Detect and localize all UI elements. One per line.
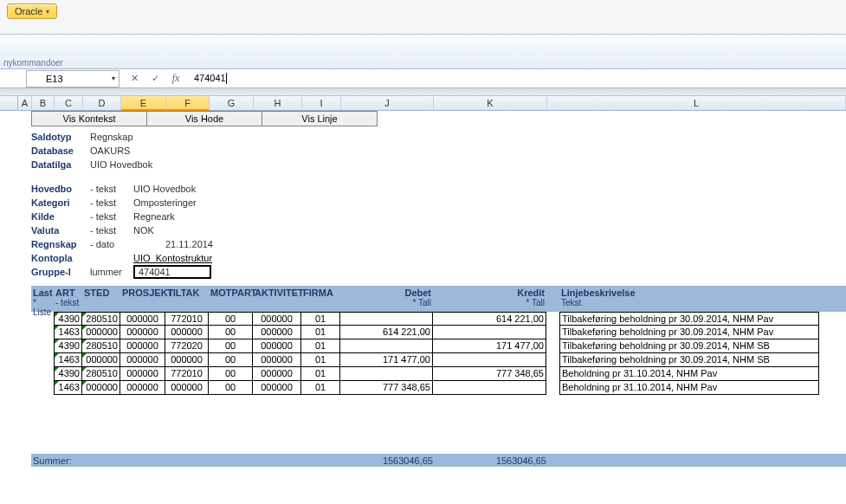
cell-prosjekt[interactable]: 000000 [120,326,165,339]
cell-kredit[interactable]: 777 348,65 [433,367,546,381]
cell-prosjekt[interactable]: 000000 [120,312,165,326]
cell-tiltak[interactable]: 772010 [165,312,209,326]
cell-debet[interactable] [340,339,433,353]
th-tiltak: TILTAK [165,288,209,298]
cell-tiltak[interactable]: 000000 [165,326,209,339]
cell-sted[interactable]: 280510 [82,367,120,381]
cell-art[interactable]: 1463 [54,326,82,339]
cell-linje[interactable]: Tilbakeføring beholdning pr 30.09.2014, … [559,339,819,353]
table-row: 43902805100000007720100000000001614 221,… [31,312,846,326]
cell-art[interactable]: 4390 [54,339,82,353]
th-aktivitet: AKTIVITET [253,288,301,298]
kilde-label: Kilde [31,211,90,222]
cell-art[interactable]: 1463 [54,381,82,395]
col-header-d[interactable]: D [83,96,121,110]
cell-firma[interactable]: 01 [301,381,340,395]
cell-debet[interactable]: 777 348,65 [340,381,433,395]
cell-sted[interactable]: 280510 [82,339,120,353]
cancel-icon[interactable]: ✕ [126,71,142,87]
cell-aktivitet[interactable]: 000000 [253,367,301,381]
vis-linje-button[interactable]: Vis Linje [262,112,377,126]
cell-firma[interactable]: 01 [301,326,340,339]
oracle-menu-button[interactable]: Oracle [7,3,57,19]
col-header-b[interactable]: B [32,96,55,110]
col-header-i[interactable]: I [302,96,341,110]
cell-firma[interactable]: 01 [301,339,340,353]
cell-debet[interactable]: 614 221,00 [340,326,433,339]
cell-aktivitet[interactable]: 000000 [253,381,301,395]
database-value: OAKURS [90,145,130,156]
cell-kredit[interactable] [433,326,546,339]
cell-sted[interactable]: 280510 [82,312,120,326]
cell-linje[interactable]: Beholdning pr 31.10.2014, NHM Pav [559,381,819,395]
cell-debet[interactable]: 171 477,00 [340,353,433,367]
cell-kredit[interactable]: 171 477,00 [433,339,546,353]
cell-aktivitet[interactable]: 000000 [253,339,301,353]
sheet: A B C D E F G H I J K L Vis Kontekst Vis… [0,96,846,467]
kontopla-value[interactable]: UIO_Kontostruktur [133,253,212,263]
cell-linje[interactable]: Tilbakeføring beholdning pr 30.09.2014, … [559,326,819,339]
formula-input-wrap[interactable]: 474041 [191,73,846,85]
cell-linje[interactable]: Beholdning pr 31.10.2014, NHM Pav [559,367,819,381]
col-header-c[interactable]: C [55,96,83,110]
cell-aktivitet[interactable]: 000000 [253,326,301,339]
enter-icon[interactable]: ✓ [147,71,163,87]
cell-prosjekt[interactable]: 000000 [120,367,165,381]
th-firma: FIRMA [301,288,340,298]
col-header-a[interactable]: A [18,96,32,110]
cell-prosjekt[interactable]: 000000 [120,353,165,367]
name-box[interactable]: E13 [26,70,119,87]
cell-prosjekt[interactable]: 000000 [120,381,165,395]
col-header-j[interactable]: J [341,96,434,110]
col-header-g[interactable]: G [210,96,254,110]
cell-prosjekt[interactable]: 000000 [120,339,165,353]
col-header-k[interactable]: K [434,96,547,110]
vis-kontekst-button[interactable]: Vis Kontekst [32,112,147,126]
cell-tiltak[interactable]: 772010 [165,367,209,381]
fx-icon[interactable]: fx [168,71,184,87]
col-header-f[interactable]: F [166,96,210,111]
th-linjebeskrivelse: LinjebeskrivelseTekst [559,288,819,307]
table-row: 43902805100000007720100000000001777 348,… [31,367,846,381]
cell-motpart[interactable]: 00 [209,367,253,381]
col-header-e[interactable]: E [121,96,166,111]
cell-firma[interactable]: 01 [301,312,340,326]
cell-firma[interactable]: 01 [301,367,340,381]
cell-motpart[interactable]: 00 [209,326,253,339]
select-all-corner[interactable] [0,96,18,110]
cell-kredit[interactable] [433,353,546,367]
th-kredit: Kredit* Tall [433,288,546,307]
cell-art[interactable]: 4390 [54,312,82,326]
gruppe-value[interactable]: 474041 [133,265,211,279]
cell-motpart[interactable]: 00 [209,353,253,367]
cell-motpart[interactable]: 00 [209,339,253,353]
cell-sted[interactable]: 000000 [82,326,120,339]
cell-kredit[interactable] [433,381,546,395]
th-motpart: MOTPART [209,288,253,298]
cell-tiltak[interactable]: 000000 [165,381,209,395]
col-header-l[interactable]: L [547,96,846,110]
cell-kredit[interactable]: 614 221,00 [433,312,546,326]
cell-aktivitet[interactable]: 000000 [253,353,301,367]
cell-linje[interactable]: Tilbakeføring beholdning pr 30.09.2014, … [559,312,819,326]
cell-motpart[interactable]: 00 [209,312,253,326]
vis-hode-button[interactable]: Vis Hode [147,112,262,126]
hovedbo-value: UIO Hovedbok [133,184,196,194]
kategori-value: Omposteringer [133,197,197,208]
cell-linje[interactable]: Tilbakeføring beholdning pr 30.09.2014, … [559,353,819,367]
summer-label: Summer: [31,456,340,466]
cell-tiltak[interactable]: 000000 [165,353,209,367]
cell-aktivitet[interactable]: 000000 [253,312,301,326]
database-label: Database [31,145,90,156]
cell-debet[interactable] [340,312,433,326]
cell-motpart[interactable]: 00 [209,381,253,395]
cell-art[interactable]: 4390 [54,367,82,381]
formula-input-value: 474041 [191,73,226,83]
cell-art[interactable]: 1463 [54,353,82,367]
col-header-h[interactable]: H [254,96,302,110]
cell-firma[interactable]: 01 [301,353,340,367]
cell-debet[interactable] [340,367,433,381]
cell-tiltak[interactable]: 772020 [165,339,209,353]
cell-sted[interactable]: 000000 [82,381,120,395]
cell-sted[interactable]: 000000 [82,353,120,367]
